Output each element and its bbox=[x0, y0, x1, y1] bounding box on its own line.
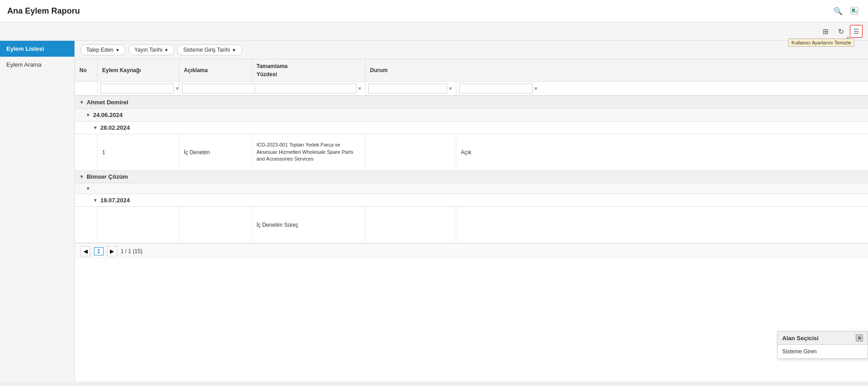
chevron-down-icon: ▼ bbox=[86, 112, 90, 117]
alan-panel-title: Alan Seçicisi bbox=[782, 335, 819, 342]
filter-funnel-icon-5[interactable]: ▼ bbox=[533, 86, 538, 91]
cell-no-value: 1 bbox=[98, 134, 179, 170]
filter-input-tamamlama[interactable] bbox=[368, 83, 447, 93]
filter-chip-yayin-tarihi[interactable]: Yayın Tarihi ▼ bbox=[128, 44, 175, 55]
filter-funnel-icon-4[interactable]: ▼ bbox=[448, 86, 453, 91]
pagination-prev-btn[interactable]: ◀ bbox=[80, 246, 90, 256]
filter-funnel-icon-3[interactable]: ▼ bbox=[357, 86, 362, 91]
pagination-next-btn[interactable]: ▶ bbox=[107, 246, 117, 256]
sidebar-item-eylem-arama[interactable]: Eylem Arama bbox=[0, 57, 74, 73]
filter-cell-aciklama: ▼ bbox=[252, 82, 365, 95]
filter-chip-talep-eden[interactable]: Talep Eden ▼ bbox=[80, 44, 126, 55]
chevron-down-icon: ▼ bbox=[115, 48, 120, 53]
filter-cell-tamamlama: ▼ bbox=[365, 82, 456, 95]
filter-chip-sisteme-label: Sisteme Giriş Tarihi bbox=[183, 47, 230, 53]
col-header-aciklama: Açıklama bbox=[179, 59, 252, 81]
chevron-down-icon: ▼ bbox=[86, 186, 90, 191]
filter-chip-yayin-label: Yayın Tarihi bbox=[134, 47, 163, 53]
col-header-no: No bbox=[75, 59, 98, 81]
filter-input-eylem-kaynagi[interactable] bbox=[182, 83, 256, 93]
filter-cell-no-input: ▼ bbox=[98, 82, 179, 95]
filter-chip-talep-eden-label: Talep Eden bbox=[86, 47, 113, 53]
filter-cell-no bbox=[75, 82, 98, 95]
group-date-24062024: 24.06.2024 bbox=[93, 112, 123, 118]
group-row-bimser-sub[interactable]: ▼ bbox=[75, 183, 868, 194]
svg-text:XLS: XLS bbox=[852, 10, 857, 13]
page-title: Ana Eylem Raporu bbox=[7, 6, 80, 16]
group-row-ahmet-demirel[interactable]: ▼ Ahmet Demirel bbox=[75, 96, 868, 109]
sidebar: Eylem Listesi Eylem Arama bbox=[0, 41, 75, 381]
cell-tamamlama bbox=[365, 134, 456, 170]
pagination-current-page: 1 bbox=[94, 247, 104, 255]
alan-panel-item: Sisteme Giren bbox=[782, 348, 817, 355]
chevron-down-icon: ▼ bbox=[79, 100, 84, 105]
filter-chip-sisteme-giris[interactable]: Sisteme Giriş Tarihi ▼ bbox=[177, 44, 242, 55]
chevron-down-icon: ▼ bbox=[93, 125, 98, 130]
search-icon-btn[interactable]: 🔍 bbox=[832, 5, 844, 17]
cell-durum: Açık bbox=[456, 134, 529, 170]
cell-eylem-kaynagi-2 bbox=[179, 207, 252, 243]
group-label-ahmet: Ahmet Demirel bbox=[87, 99, 128, 106]
export-icon-btn[interactable]: XLS bbox=[848, 5, 861, 17]
sidebar-item-eylem-listesi[interactable]: Eylem Listesi bbox=[0, 41, 74, 57]
filter-header: Talep Eden ▼ Yayın Tarihi ▼ Sisteme Giri… bbox=[75, 41, 868, 59]
filter-cell-eylem-kaynagi: ▼ bbox=[179, 82, 252, 95]
cell-aciklama-2: İç Denetim Süreç bbox=[252, 207, 365, 243]
chevron-down-icon: ▼ bbox=[79, 174, 84, 179]
top-bar-icons: 🔍 XLS bbox=[832, 5, 861, 17]
main-layout: Eylem Listesi Eylem Arama Talep Eden ▼ Y… bbox=[0, 41, 868, 381]
pagination-bar: ◀ 1 ▶ 1 / 1 (15) bbox=[75, 243, 868, 259]
toolbar-filter-icon[interactable]: ⊞ bbox=[819, 25, 832, 38]
col-header-eylem-kaynagi: Eylem Kaynağı bbox=[98, 59, 179, 81]
table-row: 1 İç Denetim ICD-2023-001 Toptan Yedek P… bbox=[75, 134, 868, 171]
filter-input-row: ▼ ▼ ▼ ▼ ▼ bbox=[75, 82, 868, 96]
group-row-24062024[interactable]: ▼ 24.06.2024 bbox=[75, 109, 868, 122]
filter-cell-durum: ▼ bbox=[456, 82, 529, 95]
column-headers: No Eylem Kaynağı Açıklama Tamamlama Yüzd… bbox=[75, 59, 868, 82]
alan-panel-header: Alan Seçicisi ✕ bbox=[778, 332, 868, 345]
cell-tamamlama-2 bbox=[365, 207, 456, 243]
group-label-bimser: Bimser Çözüm bbox=[87, 173, 128, 180]
content-area: Talep Eden ▼ Yayın Tarihi ▼ Sisteme Giri… bbox=[75, 41, 868, 381]
col-header-tamamlama: Tamamlama Yüzdesi bbox=[252, 59, 365, 81]
cell-no bbox=[75, 207, 98, 243]
col-header-durum: Durum bbox=[365, 59, 456, 81]
cell-eylem-kaynagi: İç Denetim bbox=[179, 134, 252, 170]
group-date-19072024: 19.07.2024 bbox=[100, 197, 130, 204]
chevron-down-icon: ▼ bbox=[93, 198, 98, 203]
group-date-28022024: 28.02.2024 bbox=[100, 124, 130, 131]
pagination-total: 1 / 1 (15) bbox=[121, 248, 143, 254]
filter-input-no[interactable] bbox=[100, 83, 174, 93]
cell-aciklama: ICD-2023-001 Toptan Yedek Parça ve Akses… bbox=[252, 134, 365, 170]
toolbar-refresh-btn[interactable]: ↻ bbox=[834, 25, 847, 38]
table-wrapper: No Eylem Kaynağı Açıklama Tamamlama Yüzd… bbox=[75, 59, 868, 243]
cell-no-value-2 bbox=[98, 207, 179, 243]
filter-input-aciklama[interactable] bbox=[255, 83, 356, 93]
chevron-down-icon: ▼ bbox=[232, 48, 237, 53]
cell-no bbox=[75, 134, 98, 170]
table-row: İç Denetim Süreç bbox=[75, 207, 868, 243]
alan-panel-close-btn[interactable]: ✕ bbox=[856, 334, 863, 342]
alan-panel-body: Sisteme Giren bbox=[778, 345, 868, 358]
chevron-down-icon: ▼ bbox=[164, 48, 169, 53]
group-row-bimser[interactable]: ▼ Bimser Çözüm bbox=[75, 171, 868, 183]
group-row-28022024[interactable]: ▼ 28.02.2024 bbox=[75, 122, 868, 134]
top-bar: Ana Eylem Raporu 🔍 XLS bbox=[0, 0, 868, 22]
cell-durum-2 bbox=[456, 207, 529, 243]
toolbar-tooltip: Kullanıcı Ayarlarını Temizle bbox=[788, 39, 854, 47]
toolbar-settings-btn[interactable]: ☰ bbox=[850, 25, 863, 38]
group-row-19072024[interactable]: ▼ 19.07.2024 bbox=[75, 194, 868, 207]
alan-panel: Alan Seçicisi ✕ Sisteme Giren bbox=[777, 331, 868, 359]
filter-input-durum[interactable] bbox=[459, 83, 533, 93]
toolbar-row: ⊞ ↻ ☰ Kullanıcı Ayarlarını Temizle bbox=[0, 22, 868, 41]
